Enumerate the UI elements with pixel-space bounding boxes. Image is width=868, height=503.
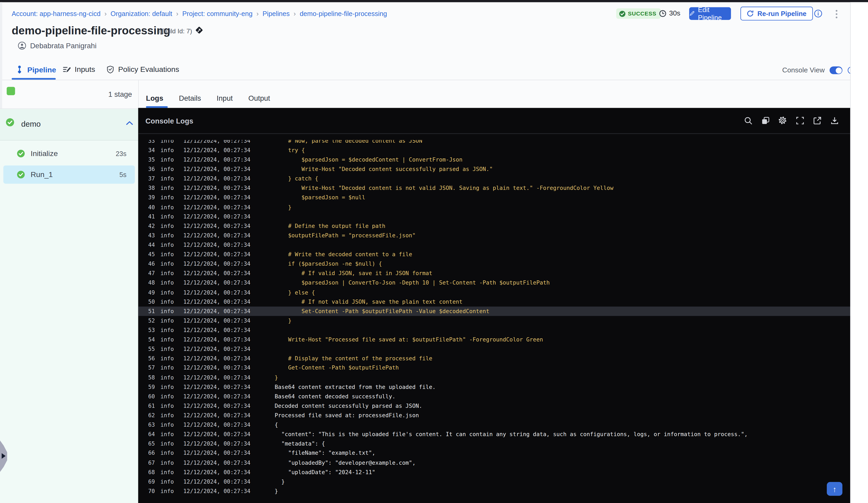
log-timestamp: 12/12/2024, 00:27:34 bbox=[183, 174, 251, 183]
log-line-number: 38 bbox=[148, 183, 155, 193]
divider bbox=[138, 134, 850, 134]
log-message: Base64 content extracted from the upload… bbox=[275, 382, 436, 391]
stage-summary-row: 1 stage bbox=[2, 80, 138, 108]
window-top-strip bbox=[0, 0, 868, 2]
log-level: info bbox=[161, 335, 174, 344]
stage-item-demo[interactable]: demo bbox=[0, 109, 138, 140]
log-line-number: 37 bbox=[148, 174, 155, 183]
log-row: 41info12/12/2024, 00:27:34 bbox=[138, 212, 850, 221]
breadcrumb-link[interactable]: Account: app-harness-ng-cicd bbox=[12, 10, 101, 18]
log-timestamp: 12/12/2024, 00:27:34 bbox=[183, 193, 251, 202]
breadcrumb: Account: app-harness-ng-cicd›Organizatio… bbox=[12, 10, 387, 18]
step-item-initialize[interactable]: Initialize23s bbox=[3, 145, 135, 163]
log-line-number: 41 bbox=[148, 212, 155, 221]
log-line-number: 62 bbox=[148, 411, 155, 420]
log-level: info bbox=[161, 382, 174, 391]
rerun-pipeline-button[interactable]: Re-run Pipeline bbox=[741, 7, 813, 20]
log-message: } bbox=[275, 486, 278, 496]
log-timestamp: 12/12/2024, 00:27:34 bbox=[183, 146, 251, 155]
log-timestamp: 12/12/2024, 00:27:34 bbox=[183, 250, 251, 259]
log-row: 64info12/12/2024, 00:27:34 "content": "T… bbox=[138, 430, 850, 439]
log-line-number: 50 bbox=[148, 297, 155, 306]
log-timestamp: 12/12/2024, 00:27:34 bbox=[183, 373, 251, 382]
log-line-number: 51 bbox=[148, 306, 155, 316]
log-level: info bbox=[161, 221, 174, 231]
log-row: 57info12/12/2024, 00:27:34 Get-Content -… bbox=[138, 363, 850, 373]
console-tab-output[interactable]: Output bbox=[248, 94, 270, 103]
log-level: info bbox=[161, 420, 174, 430]
log-timestamp: 12/12/2024, 00:27:34 bbox=[183, 240, 251, 250]
log-level: info bbox=[161, 363, 174, 373]
step-item-run_1[interactable]: Run_15s bbox=[3, 166, 135, 184]
tab-policy-evaluations[interactable]: Policy Evaluations bbox=[106, 65, 179, 74]
log-message: # If not valid JSON, save the plain text… bbox=[275, 297, 463, 306]
log-message: } bbox=[275, 202, 291, 212]
step-success-icon bbox=[17, 149, 25, 158]
step-name: Initialize bbox=[31, 149, 58, 158]
breadcrumb-link[interactable]: Organization: default bbox=[111, 10, 172, 18]
log-level: info bbox=[161, 155, 174, 165]
log-row: 40info12/12/2024, 00:27:34 } bbox=[138, 202, 850, 212]
console-view-toggle[interactable] bbox=[830, 66, 843, 74]
log-level: info bbox=[161, 183, 174, 193]
gear-icon[interactable] bbox=[778, 116, 787, 125]
breadcrumb-separator: › bbox=[256, 10, 258, 18]
step-success-icon bbox=[17, 170, 25, 179]
log-line-number: 68 bbox=[148, 467, 155, 477]
log-row: 54info12/12/2024, 00:27:34 Write-Host "P… bbox=[138, 335, 850, 344]
log-message: } bbox=[275, 316, 291, 325]
log-row: 52info12/12/2024, 00:27:34 } bbox=[138, 316, 850, 325]
log-level: info bbox=[161, 401, 174, 410]
tab-pipeline[interactable]: Pipeline bbox=[16, 65, 56, 74]
step-name: Run_1 bbox=[31, 170, 53, 179]
console-logs-panel: Console Logs 33info12/12/2024, 00:27:34 … bbox=[138, 108, 850, 503]
chevron-up-icon[interactable] bbox=[126, 120, 133, 126]
console-view-label: Console View bbox=[782, 66, 825, 74]
breadcrumb-link[interactable]: Project: community-eng bbox=[182, 10, 253, 18]
external-link-icon[interactable] bbox=[813, 116, 822, 125]
log-row: 47info12/12/2024, 00:27:34 # If valid JS… bbox=[138, 269, 850, 278]
log-line-number: 42 bbox=[148, 221, 155, 231]
log-message: if ($parsedJson -ne $null) { bbox=[275, 259, 382, 269]
log-level: info bbox=[161, 250, 174, 259]
status-label: SUCCESS bbox=[628, 10, 657, 17]
log-level: info bbox=[161, 306, 174, 316]
log-timestamp: 12/12/2024, 00:27:34 bbox=[183, 354, 251, 363]
edit-pipeline-label: Edit Pipeline bbox=[698, 6, 731, 21]
scroll-to-top-button[interactable]: ↑ bbox=[827, 482, 842, 496]
log-line-number: 63 bbox=[148, 420, 155, 430]
log-message: # Write the decoded content to a file bbox=[275, 250, 412, 259]
log-message: { bbox=[275, 420, 278, 430]
log-row: 68info12/12/2024, 00:27:34 "uploadDate":… bbox=[138, 467, 850, 477]
console-tab-details[interactable]: Details bbox=[179, 94, 201, 103]
log-level: info bbox=[161, 439, 174, 449]
edit-pipeline-button[interactable]: Edit Pipeline bbox=[689, 7, 731, 20]
more-options-menu[interactable] bbox=[832, 8, 840, 20]
log-line-number: 34 bbox=[148, 146, 155, 155]
log-message: # Define the output file path bbox=[275, 221, 385, 231]
breadcrumb-link[interactable]: demo-pipeline-file-processing bbox=[300, 10, 387, 18]
log-line-number: 56 bbox=[148, 354, 155, 363]
log-timestamp: 12/12/2024, 00:27:34 bbox=[183, 449, 251, 458]
log-level: info bbox=[161, 486, 174, 496]
search-icon[interactable] bbox=[743, 116, 753, 125]
breadcrumb-link[interactable]: Pipelines bbox=[263, 10, 290, 18]
log-row: 45info12/12/2024, 00:27:34 # Write the d… bbox=[138, 250, 850, 259]
console-tab-logs[interactable]: Logs bbox=[146, 94, 163, 103]
rerun-pipeline-label: Re-run Pipeline bbox=[757, 10, 807, 18]
log-viewport[interactable]: 33info12/12/2024, 00:27:34 # Now, parse … bbox=[138, 140, 850, 503]
download-icon[interactable] bbox=[830, 116, 839, 125]
log-timestamp: 12/12/2024, 00:27:34 bbox=[183, 316, 251, 325]
copy-icon[interactable] bbox=[761, 116, 770, 125]
log-message: Processed file saved at: processedFile.j… bbox=[275, 411, 419, 420]
log-row: 55info12/12/2024, 00:27:34 bbox=[138, 344, 850, 354]
build-id-label: (Build Id: 7) bbox=[159, 28, 192, 34]
console-tab-input[interactable]: Input bbox=[217, 94, 233, 103]
fullscreen-icon[interactable] bbox=[795, 116, 805, 125]
tab-inputs-label: Inputs bbox=[75, 65, 95, 74]
log-line-number: 49 bbox=[148, 287, 155, 297]
execution-info-icon[interactable] bbox=[814, 9, 822, 18]
success-check-icon bbox=[619, 10, 626, 17]
tab-inputs[interactable]: Inputs bbox=[62, 65, 95, 74]
log-level: info bbox=[161, 316, 174, 325]
